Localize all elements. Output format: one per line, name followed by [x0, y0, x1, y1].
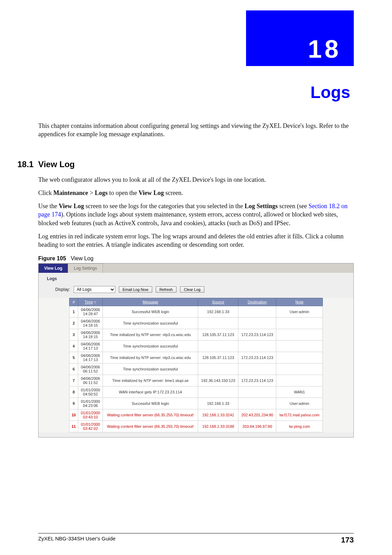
chapter-number-block: 18 [246, 10, 354, 66]
text-fragment: to open the [108, 189, 139, 196]
col-header-time[interactable]: Time▽ [78, 298, 103, 306]
cell-source [198, 363, 238, 375]
figure-label: Figure 105 [38, 255, 66, 261]
table-header-row: # Time▽ Message Source Destination Note [70, 298, 323, 306]
intro-paragraph: This chapter contains information about … [38, 122, 354, 139]
cell-note [276, 352, 323, 363]
cell-message: Waiting content filter server (66.35.255… [103, 421, 198, 432]
table-row: 104/06/2006 14:28:47Successful WEB login… [70, 306, 323, 317]
table-row: 604/06/2006 06:11:52Time synchronization… [70, 363, 323, 375]
text-fragment: Click [38, 189, 54, 196]
cell-time: 04/06/2006 14:18:15 [78, 329, 103, 340]
cell-note: WAN1 [276, 386, 323, 398]
cell-source: 192.168.1.33 [198, 306, 238, 317]
sort-triangle-icon: ▽ [94, 301, 96, 304]
screenshot-view-log: View Log Log Settings Logs Display: All … [38, 263, 354, 438]
screen-name: Log Settings [245, 203, 278, 210]
cell-source: 192.36.143.150:123 [198, 375, 238, 386]
cell-time: 04/06/2006 14:17:13 [78, 340, 103, 352]
cell-message: Successful WEB login [103, 398, 198, 409]
cell-time: 04/06/2006 14:17:13 [78, 352, 103, 363]
cell-num: 6 [70, 363, 78, 375]
col-header-source[interactable]: Source [198, 298, 238, 306]
cell-destination: 172.23.23.114:123 [238, 352, 276, 363]
section-number: 18.1 [17, 160, 34, 169]
cell-message: WAN interface gets IP:172.23.23.114 [103, 386, 198, 398]
cell-note [276, 329, 323, 340]
cell-source [198, 317, 238, 329]
cell-destination [238, 340, 276, 352]
footer-page-number: 173 [341, 536, 354, 545]
section-heading: 18.1 View Log [17, 160, 354, 169]
cell-time: 01/01/2000 03:43:10 [78, 409, 103, 421]
cell-time: 01/01/2000 03:42:02 [78, 421, 103, 432]
cell-note [276, 363, 323, 375]
cell-source: 128.105.37.11:123 [198, 352, 238, 363]
cell-destination [238, 386, 276, 398]
col-header-message[interactable]: Message [103, 298, 198, 306]
cell-source: 192.168.1.33 [198, 398, 238, 409]
display-select[interactable]: All Logs [74, 286, 115, 293]
cell-time: 04/06/2006 14:18:15 [78, 317, 103, 329]
cell-message: Time initialized by NTP server: ntp3.cs.… [103, 329, 198, 340]
footer-guide-name: ZyXEL NBG-334SH User's Guide [38, 536, 115, 545]
table-row: 504/06/2006 14:17:13Time initialized by … [70, 352, 323, 363]
cell-message: Time synchronization successful [103, 340, 198, 352]
cell-note: User:admin [276, 398, 323, 409]
chapter-title: Logs [310, 83, 350, 102]
cell-time: 04/06/2006 06:11:52 [78, 363, 103, 375]
screen-name: View Log [59, 203, 84, 210]
col-header-note[interactable]: Note [276, 298, 323, 306]
paragraph-3: Use the View Log screen to see the logs … [38, 202, 354, 227]
tab-view-log[interactable]: View Log [39, 263, 68, 273]
table-row: 801/01/2000 04:50:52WAN interface gets I… [70, 386, 323, 398]
screen-name: View Log [139, 189, 164, 196]
cell-source: 192.168.1.33:3241 [198, 409, 238, 421]
table-row: 704/06/2006 06:11:52Time initialized by … [70, 375, 323, 386]
nav-logs: Logs [95, 189, 108, 196]
table-row: 304/06/2006 14:18:15Time initialized by … [70, 329, 323, 340]
table-row: 1101/01/2000 03:42:02Waiting content fil… [70, 421, 323, 432]
cell-num: 10 [70, 409, 78, 421]
cell-num: 7 [70, 375, 78, 386]
cell-source: 128.105.37.11:123 [198, 329, 238, 340]
col-header-time-label: Time [84, 300, 93, 304]
page-footer: ZyXEL NBG-334SH User's Guide 173 [38, 533, 354, 545]
cell-destination [238, 306, 276, 317]
refresh-button[interactable]: Refresh [156, 286, 177, 293]
cell-destination: 202.43.201.234:80 [238, 409, 276, 421]
clear-log-button[interactable]: Clear Log [180, 286, 204, 293]
cell-num: 4 [70, 340, 78, 352]
tab-log-settings[interactable]: Log Settings [68, 263, 103, 273]
cell-num: 8 [70, 386, 78, 398]
table-row: 1001/01/2000 03:43:10Waiting content fil… [70, 409, 323, 421]
cell-destination [238, 398, 276, 409]
text-fragment: screen. [164, 189, 183, 196]
text-fragment: Use the [38, 203, 59, 210]
cell-time: 01/01/2000 04:23:06 [78, 398, 103, 409]
cell-message: Time synchronization successful [103, 317, 198, 329]
cell-message: Time synchronization successful [103, 363, 198, 375]
email-log-now-button[interactable]: Email Log Now [119, 286, 152, 293]
cell-num: 9 [70, 398, 78, 409]
section-title: View Log [38, 160, 75, 169]
table-row: 204/06/2006 14:18:15Time synchronization… [70, 317, 323, 329]
text-fragment: ). Options include logs about system mai… [38, 211, 338, 226]
log-table: # Time▽ Message Source Destination Note … [69, 298, 323, 432]
cell-time: 04/06/2006 06:11:52 [78, 375, 103, 386]
cell-destination: 203.84.196.97:80 [238, 421, 276, 432]
paragraph-1: The web configurator allows you to look … [38, 176, 354, 184]
text-fragment: > [88, 189, 95, 196]
cell-message: Successful WEB login [103, 306, 198, 317]
text-fragment: screen to see the logs for the categorie… [84, 203, 245, 210]
col-header-destination[interactable]: Destination [238, 298, 276, 306]
text-fragment: screen (see [278, 203, 308, 210]
cell-num: 2 [70, 317, 78, 329]
cell-source [198, 386, 238, 398]
cell-note: tw.yimg.com [276, 421, 323, 432]
cell-num: 3 [70, 329, 78, 340]
cell-source [198, 340, 238, 352]
col-header-num[interactable]: # [70, 298, 78, 306]
cell-destination [238, 363, 276, 375]
cell-destination [238, 317, 276, 329]
